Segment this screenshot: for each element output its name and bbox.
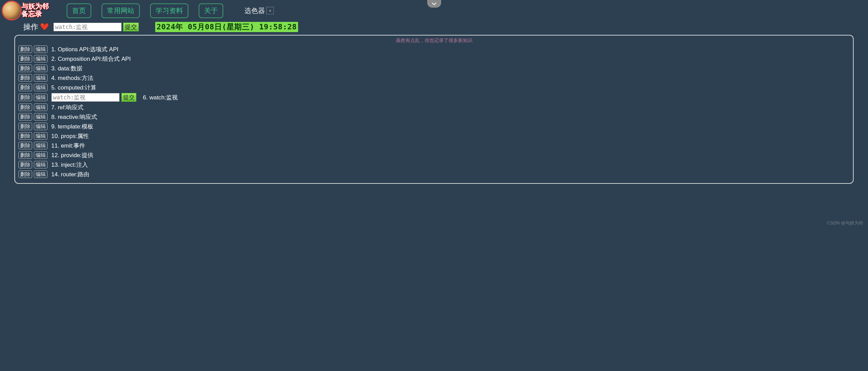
nav-sites[interactable]: 常用网站 <box>102 3 140 18</box>
delete-button[interactable]: 删除 <box>18 104 32 111</box>
item-text: 9. template:模板 <box>51 123 93 130</box>
list-item: 删除编辑5. computed:计算 <box>18 83 850 92</box>
action-row: 操作 提交 2024年 05月08日(星期三) 19:58:28 <box>0 22 868 32</box>
delete-button[interactable]: 删除 <box>18 55 32 63</box>
delete-button[interactable]: 删除 <box>18 132 32 140</box>
nav: 首页 常用网站 学习资料 关于 选色器 × <box>67 3 274 18</box>
color-picker-label: 选色器 <box>244 6 265 15</box>
edit-button[interactable]: 编辑 <box>34 151 48 159</box>
delete-button[interactable]: 删除 <box>18 170 32 178</box>
list-item: 删除编辑14. router:路由 <box>18 170 850 178</box>
delete-button[interactable]: 删除 <box>18 123 32 130</box>
edit-button[interactable]: 编辑 <box>34 142 48 149</box>
edit-button[interactable]: 编辑 <box>34 74 48 82</box>
list-item: 删除编辑13. inject:注入 <box>18 161 850 169</box>
operation-label: 操作 <box>23 22 38 32</box>
edit-button[interactable]: 编辑 <box>34 94 48 101</box>
item-text: 8. reactive:响应式 <box>51 113 97 121</box>
delete-button[interactable]: 删除 <box>18 74 32 82</box>
delete-button[interactable]: 删除 <box>18 151 32 159</box>
edit-button[interactable]: 编辑 <box>34 55 48 63</box>
edit-input[interactable] <box>51 93 120 102</box>
delete-button[interactable]: 删除 <box>18 161 32 168</box>
delete-button[interactable]: 删除 <box>18 84 32 91</box>
nav-study[interactable]: 学习资料 <box>150 3 188 18</box>
chevron-down-icon <box>432 2 437 5</box>
main-submit-button[interactable]: 提交 <box>123 23 139 31</box>
clock: 2024年 05月08日(星期三) 19:58:28 <box>155 22 298 32</box>
item-text: 10. props:属性 <box>51 132 89 140</box>
list-item: 删除编辑3. data:数据 <box>18 64 850 72</box>
edit-button[interactable]: 编辑 <box>34 45 48 53</box>
inline-submit-button[interactable]: 提交 <box>121 93 136 102</box>
edit-button[interactable]: 编辑 <box>34 84 48 91</box>
item-text: 7. ref:响应式 <box>51 104 83 111</box>
edit-button[interactable]: 编辑 <box>34 104 48 111</box>
list-item: 删除编辑1. Options API:选项式 API <box>18 45 850 53</box>
item-text: 4. methods:方法 <box>51 74 93 82</box>
edit-button[interactable]: 编辑 <box>34 65 48 72</box>
item-text: 13. inject:注入 <box>51 161 88 169</box>
logo-line2: 备忘录 <box>22 10 49 17</box>
color-picker-close[interactable]: × <box>266 7 274 14</box>
delete-button[interactable]: 删除 <box>18 113 32 121</box>
list-item: 删除编辑9. template:模板 <box>18 122 850 130</box>
edit-button[interactable]: 编辑 <box>34 170 48 178</box>
edit-button[interactable]: 编辑 <box>34 161 48 168</box>
item-text: 6. watch:监视 <box>143 94 178 101</box>
color-picker: 选色器 × <box>244 6 274 15</box>
watermark: CSDN @与妖为邻 <box>827 220 863 226</box>
item-text: 2. Composition API:组合式 API <box>51 55 131 63</box>
logo-line1: 与妖为邻 <box>22 2 49 10</box>
main-input[interactable] <box>53 23 122 31</box>
edit-button[interactable]: 编辑 <box>34 113 48 121</box>
list-container: 删除编辑1. Options API:选项式 API删除编辑2. Composi… <box>18 45 850 178</box>
logo: 与妖为邻 备忘录 <box>2 0 53 21</box>
item-text: 5. computed:计算 <box>51 84 96 92</box>
heart-icon <box>40 23 49 31</box>
edit-button[interactable]: 编辑 <box>34 132 48 140</box>
edit-button[interactable]: 编辑 <box>34 123 48 130</box>
delete-button[interactable]: 删除 <box>18 65 32 72</box>
logo-text: 与妖为邻 备忘录 <box>22 2 49 17</box>
list-panel: 虽然有点乱，但也记录了很多新知识 删除编辑1. Options API:选项式 … <box>14 35 854 184</box>
nav-about[interactable]: 关于 <box>199 3 223 18</box>
delete-button[interactable]: 删除 <box>18 94 32 101</box>
item-text: 14. router:路由 <box>51 170 90 178</box>
avatar <box>2 1 22 20</box>
nav-home[interactable]: 首页 <box>67 3 91 18</box>
delete-button[interactable]: 删除 <box>18 142 32 149</box>
top-expand-handle[interactable] <box>427 0 441 8</box>
list-item: 删除编辑12. provide:提供 <box>18 151 850 159</box>
item-text: 11. emit:事件 <box>51 142 85 150</box>
list-item: 删除编辑提交6. watch:监视 <box>18 93 850 102</box>
item-text: 3. data:数据 <box>51 65 82 72</box>
list-item: 删除编辑7. ref:响应式 <box>18 103 850 111</box>
list-item: 删除编辑11. emit:事件 <box>18 141 850 150</box>
panel-note: 虽然有点乱，但也记录了很多新知识 <box>18 38 850 44</box>
item-text: 12. provide:提供 <box>51 151 93 159</box>
list-item: 删除编辑2. Composition API:组合式 API <box>18 55 850 63</box>
delete-button[interactable]: 删除 <box>18 45 32 53</box>
item-text: 1. Options API:选项式 API <box>51 45 119 53</box>
list-item: 删除编辑10. props:属性 <box>18 132 850 140</box>
list-item: 删除编辑8. reactive:响应式 <box>18 113 850 121</box>
list-item: 删除编辑4. methods:方法 <box>18 74 850 82</box>
